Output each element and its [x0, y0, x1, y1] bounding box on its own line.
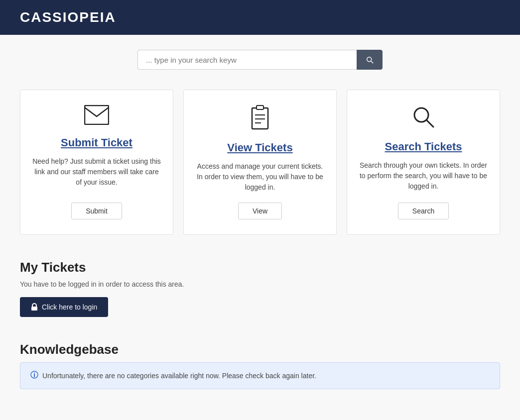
- cards-row: Submit Ticket Need help? Just submit a t…: [20, 90, 500, 235]
- submit-ticket-title[interactable]: Submit Ticket: [61, 136, 132, 149]
- view-tickets-card: View Tickets Access and manage your curr…: [183, 90, 337, 235]
- my-tickets-section: My Tickets You have to be logged in in o…: [20, 260, 500, 342]
- login-button[interactable]: Click here to login: [20, 297, 108, 317]
- search-tickets-card: Search Tickets Search through your own t…: [347, 90, 500, 235]
- knowledgebase-title: Knowledgebase: [20, 342, 500, 357]
- main-content: Submit Ticket Need help? Just submit a t…: [0, 35, 520, 419]
- svg-rect-2: [257, 105, 263, 109]
- svg-point-11: [34, 373, 35, 374]
- knowledgebase-section: Knowledgebase Unfortunately, there are n…: [20, 342, 500, 389]
- lock-icon: [31, 303, 38, 311]
- svg-line-7: [426, 120, 433, 127]
- my-tickets-subtitle: You have to be logged in in order to acc…: [20, 280, 500, 288]
- submit-button[interactable]: Submit: [71, 203, 122, 219]
- logo: CASSIOPEIA: [20, 9, 116, 25]
- svg-rect-0: [85, 105, 109, 124]
- search-input[interactable]: [137, 50, 357, 70]
- kb-alert-message: Unfortunately, there are no categories a…: [42, 372, 316, 380]
- svg-rect-8: [31, 307, 37, 311]
- search-tickets-icon: [411, 105, 435, 132]
- submit-ticket-card: Submit Ticket Need help? Just submit a t…: [20, 90, 173, 235]
- login-button-label: Click here to login: [42, 303, 97, 311]
- view-tickets-title[interactable]: View Tickets: [227, 141, 292, 154]
- search-icon: [365, 55, 374, 64]
- search-tickets-button[interactable]: Search: [398, 203, 449, 219]
- envelope-icon: [84, 105, 109, 128]
- search-tickets-title[interactable]: Search Tickets: [385, 140, 462, 153]
- view-button[interactable]: View: [238, 203, 282, 219]
- my-tickets-title: My Tickets: [20, 260, 500, 275]
- header: CASSIOPEIA: [0, 0, 520, 35]
- submit-ticket-description: Need help? Just submit a ticket using th…: [32, 156, 161, 193]
- search-container: [20, 50, 500, 70]
- search-tickets-description: Search through your own tickets. In orde…: [359, 160, 488, 193]
- info-icon: [30, 371, 38, 381]
- clipboard-icon: [250, 105, 270, 133]
- kb-alert: Unfortunately, there are no categories a…: [20, 362, 500, 389]
- search-button[interactable]: [357, 50, 383, 70]
- view-tickets-description: Access and manage your current tickets. …: [196, 161, 324, 193]
